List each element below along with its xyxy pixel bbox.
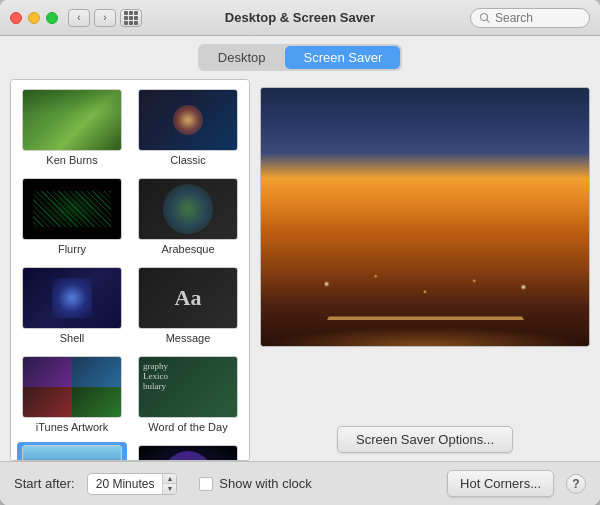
saver-thumb-aerial [22,445,122,461]
itunes-cover-1 [23,357,72,387]
saver-item-arabesque[interactable]: Arabesque [133,175,243,258]
itunes-cover-3 [23,387,72,417]
saver-thumb-flurry [22,178,122,240]
search-box[interactable] [470,8,590,28]
message-thumb-text: Aa [175,285,202,311]
saver-item-classic[interactable]: Classic [133,86,243,169]
saver-list[interactable]: Ken Burns Classic Flurry Arabesq [10,79,250,461]
bottom-bar: Start after: 20 Minutes ▲ ▼ Show with cl… [0,461,600,505]
hot-corners-button[interactable]: Hot Corners... [447,470,554,497]
city-lights [261,191,589,346]
itunes-cover-2 [72,357,121,387]
saver-thumb-arabesque [138,178,238,240]
saver-label-shell: Shell [60,332,84,344]
saver-grid: Ken Burns Classic Flurry Arabesq [11,80,249,461]
help-button[interactable]: ? [566,474,586,494]
saver-thumb-shell [22,267,122,329]
window-title: Desktop & Screen Saver [225,10,375,25]
start-after-stepper[interactable]: 20 Minutes ▲ ▼ [87,473,178,495]
tab-desktop[interactable]: Desktop [200,46,284,69]
saver-thumb-message: Aa [138,267,238,329]
saver-item-ken-burns[interactable]: Ken Burns [17,86,127,169]
search-input[interactable] [495,11,581,25]
itunes-covers [23,357,121,417]
show-with-clock-checkbox[interactable] [199,477,213,491]
grid-icon [124,11,138,25]
saver-label-itunes-artwork: iTunes Artwork [36,421,108,433]
preview-image [260,87,590,347]
saver-item-flurry[interactable]: Flurry [17,175,127,258]
saver-item-itunes-artwork[interactable]: iTunes Artwork [17,353,127,436]
wotd-text: graphyLexicobulary [143,361,168,391]
saver-label-word-of-the-day: Word of the Day [148,421,227,433]
preview-cityscape [261,88,589,346]
traffic-lights [10,12,58,24]
start-after-value: 20 Minutes [88,474,164,494]
saver-label-ken-burns: Ken Burns [46,154,97,166]
close-button[interactable] [10,12,22,24]
saver-label-message: Message [166,332,211,344]
tabs-container: Desktop Screen Saver [198,44,402,71]
saver-thumb-itunes-artwork [22,356,122,418]
minimize-button[interactable] [28,12,40,24]
nav-buttons: ‹ › [68,9,116,27]
saver-thumb-random [138,445,238,461]
screen-saver-options-button[interactable]: Screen Saver Options... [337,426,513,453]
stepper-arrows: ▲ ▼ [163,474,176,494]
show-with-clock-area[interactable]: Show with clock [199,476,311,491]
svg-line-1 [487,19,490,22]
stepper-up-button[interactable]: ▲ [163,474,176,485]
saver-item-aerial[interactable]: Aerial [17,442,127,461]
saver-item-shell[interactable]: Shell [17,264,127,347]
grid-button[interactable] [120,9,142,27]
saver-item-message[interactable]: Aa Message [133,264,243,347]
aerial-landscape [23,446,121,461]
saver-label-arabesque: Arabesque [161,243,214,255]
show-with-clock-label: Show with clock [219,476,311,491]
main-content: Ken Burns Classic Flurry Arabesq [0,79,600,461]
tabs-bar: Desktop Screen Saver [0,36,600,79]
back-button[interactable]: ‹ [68,9,90,27]
svg-point-0 [481,13,488,20]
saver-item-word-of-the-day[interactable]: graphyLexicobulary Word of the Day [133,353,243,436]
saver-item-random[interactable]: Random [133,442,243,461]
saver-thumb-classic [138,89,238,151]
window: ‹ › Desktop & Screen Saver Desktop Scree… [0,0,600,505]
forward-button[interactable]: › [94,9,116,27]
start-after-label: Start after: [14,476,75,491]
tab-screensaver[interactable]: Screen Saver [285,46,400,69]
saver-label-classic: Classic [170,154,205,166]
search-icon [479,12,491,24]
maximize-button[interactable] [46,12,58,24]
preview-panel: Screen Saver Options... [260,79,590,461]
saver-label-flurry: Flurry [58,243,86,255]
road [327,317,524,320]
titlebar: ‹ › Desktop & Screen Saver [0,0,600,36]
stepper-down-button[interactable]: ▼ [163,484,176,494]
saver-thumb-ken-burns [22,89,122,151]
saver-thumb-word-of-the-day: graphyLexicobulary [138,356,238,418]
itunes-cover-4 [72,387,121,417]
